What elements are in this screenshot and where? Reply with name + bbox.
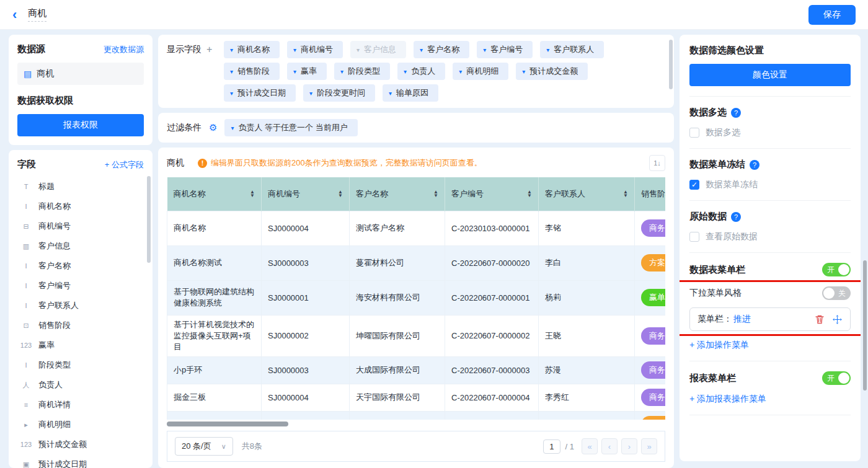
multi-select-checkbox[interactable] [689,128,699,138]
display-field-chip[interactable]: ▾客户联系人 [540,41,604,58]
display-field-chip[interactable]: ▾阶段变更时间 [303,84,375,102]
field-item[interactable]: T标题 [17,177,144,196]
field-item[interactable]: I阶段类型 [17,355,144,375]
stage-badge[interactable]: 赢单 [641,289,665,306]
field-item[interactable]: 123预计成交金额 [17,435,144,454]
stage-badge[interactable]: 商务 [641,219,665,237]
field-item[interactable]: 123赢率 [17,335,144,355]
menu-item-row[interactable]: 菜单栏： 推进 [689,307,851,331]
table-row[interactable]: 小p手环SJ0000003大成国际有限公司C-20220607-0000003苏… [167,356,666,384]
add-action-menu-link[interactable]: + 添加操作菜单 [689,340,851,351]
field-item[interactable]: ≡商机详情 [17,395,144,415]
toggle-knob [823,288,835,299]
report-permission-button[interactable]: 报表权限 [17,114,144,136]
multi-select-title: 数据多选 [689,107,727,118]
display-field-chip[interactable]: ▾客户名称 [414,41,469,58]
sort-arrows-icon[interactable]: ▲▼ [338,190,343,198]
field-item[interactable]: ▥客户信息 [17,236,144,256]
current-page-input[interactable]: 1 [543,439,560,454]
field-item[interactable]: ▣预计成交日期 [17,454,144,468]
display-field-chip[interactable]: ▾输单原因 [383,84,438,102]
column-header[interactable]: 商机名称▲▼ [167,177,262,211]
sort-arrows-icon[interactable]: ▲▼ [433,190,438,198]
menu-item-value[interactable]: 推进 [733,314,751,325]
report-menubar-toggle[interactable]: 开 [822,371,851,385]
display-field-chip[interactable]: ▾赢率 [287,63,327,80]
add-formula-field-link[interactable]: + 公式字段 [105,159,144,170]
table-menubar-toggle[interactable]: 开 [822,263,851,276]
question-icon[interactable]: ? [731,108,741,118]
display-field-chip[interactable]: ▾预计成交金额 [516,63,588,80]
table-row[interactable]: 基于物联网的建筑结构健康检测系统SJ0000001海安材料有限公司C-20220… [167,280,666,315]
color-settings-button[interactable]: 颜色设置 [689,64,851,86]
display-fields-scrollbar[interactable] [669,40,673,89]
fields-scrollbar[interactable] [147,176,151,263]
datasource-item[interactable]: ▤ 商机 [17,63,144,85]
table-row[interactable]: 掘金三板SJ0000004天宇国际有限公司C-20220607-0000004李… [167,384,666,411]
stage-badge[interactable]: 商务 [641,389,665,406]
field-item[interactable]: I客户名称 [17,256,144,276]
table-scroll-area[interactable]: 商机名称▲▼商机编号▲▼客户名称▲▼客户编号▲▼客户联系人▲▼销售阶段▲▼ 商机… [167,177,665,420]
display-field-chip[interactable]: ▾阶段类型 [334,63,390,80]
first-page-button[interactable]: « [582,438,598,454]
column-header[interactable]: 商机编号▲▼ [262,177,350,211]
field-item[interactable]: I客户联系人 [17,296,144,316]
horizontal-scrollbar-thumb[interactable] [167,422,288,426]
sort-button[interactable]: 1↓ [649,155,665,171]
contact-cell: 李白 [539,245,635,280]
page-scrollbar[interactable] [863,260,867,391]
stage-badge[interactable]: 商务 [641,361,665,379]
display-field-chip[interactable]: ▾商机名称 [224,41,280,58]
trash-icon[interactable] [815,314,825,324]
stage-badge[interactable]: 方案 [641,254,665,272]
stage-badge[interactable]: 商务 [641,327,665,345]
table-row[interactable]: 商机名称SJ0000004测试客户名称C-20230103-0000001李铭商… [167,211,666,245]
field-item[interactable]: ▸商机明细 [17,415,144,435]
field-item[interactable]: ⊟商机编号 [17,216,144,236]
column-header[interactable]: 销售阶段▲▼ [635,177,666,211]
last-page-button[interactable]: » [641,438,657,454]
field-item[interactable]: I客户编号 [17,276,144,296]
top-bar: ‹ 商机 保存 [0,0,868,30]
display-field-chip[interactable]: ▾负责人 [397,63,445,80]
prev-page-button[interactable]: ‹ [601,438,618,454]
chevron-down-icon: ▾ [420,46,423,53]
move-icon[interactable] [832,314,843,325]
stage-badge[interactable]: 方案 [641,416,665,420]
table-row[interactable]: 基于计算机视觉技术的监控摄像头互联网+项目SJ0000002坤曜国际有限公司C-… [167,315,666,356]
code-cell: SJ0000003 [262,356,350,384]
sort-arrows-icon[interactable]: ▲▼ [527,190,532,198]
add-report-action-menu-link[interactable]: + 添加报表操作菜单 [689,394,851,405]
save-button[interactable]: 保存 [808,5,856,25]
menu-freeze-checkbox[interactable]: ✓ [689,180,699,190]
field-item[interactable]: 人负责人 [17,375,144,395]
gear-icon[interactable]: ⚙ [209,122,217,133]
column-header[interactable]: 客户联系人▲▼ [539,177,635,211]
column-header[interactable]: 客户编号▲▼ [445,177,539,211]
sort-arrows-icon[interactable]: ▲▼ [623,190,628,198]
back-icon[interactable]: ‹ [12,8,17,22]
table-row[interactable]: 便携式哮喘病监测系统SJ0000005飞星材料公司C-20220607-0000… [167,411,666,420]
add-display-field-button[interactable]: + [206,44,212,55]
display-field-chip[interactable]: ▾商机编号 [287,41,343,58]
change-datasource-link[interactable]: 更改数据源 [104,44,144,55]
display-field-chip[interactable]: ▾预计成交日期 [224,84,296,102]
field-item[interactable]: ⊡销售阶段 [17,316,144,335]
horizontal-scrollbar-track[interactable] [167,422,665,426]
raw-data-checkbox[interactable] [689,232,699,242]
display-field-chip[interactable]: ▾销售阶段 [224,63,280,80]
dropdown-style-toggle[interactable]: 关 [822,286,851,300]
question-icon[interactable]: ? [750,160,760,170]
filter-condition-chip[interactable]: ▾ 负责人 等于任意一个 当前用户 [224,119,357,136]
table-row[interactable]: 商机名称测试SJ0000003蔓霍材料公司C-20220607-0000020李… [167,245,666,280]
sort-arrows-icon[interactable]: ▲▼ [250,190,255,198]
page-title[interactable]: 商机 [28,7,46,22]
next-page-button[interactable]: › [621,438,637,454]
field-item[interactable]: I商机名称 [17,196,144,216]
display-field-chip[interactable]: ▾商机明细 [453,63,508,80]
customer-cell: 测试客户名称 [350,211,445,245]
column-header[interactable]: 客户名称▲▼ [350,177,445,211]
question-icon[interactable]: ? [731,212,741,222]
display-field-chip[interactable]: ▾客户编号 [477,41,533,58]
page-size-select[interactable]: 20 条/页 ∨ [175,437,233,456]
